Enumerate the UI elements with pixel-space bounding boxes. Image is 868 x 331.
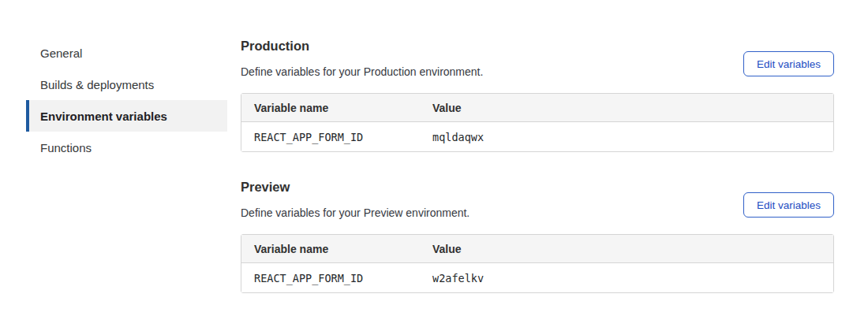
column-header-variable-name: Variable name	[241, 94, 420, 122]
production-section: Production Define variables for your Pro…	[241, 39, 834, 152]
edit-variables-button-production[interactable]: Edit variables	[743, 51, 834, 76]
table-row: REACT_APP_FORM_ID w2afelkv	[241, 263, 833, 292]
preview-variables-table: Variable name Value REACT_APP_FORM_ID w2…	[241, 234, 834, 293]
production-variables-table: Variable name Value REACT_APP_FORM_ID mq…	[241, 93, 834, 152]
edit-variables-button-preview[interactable]: Edit variables	[743, 192, 834, 218]
environment-variables-page: General Builds & deployments Environment…	[0, 0, 868, 331]
column-header-variable-name: Variable name	[241, 235, 420, 263]
column-header-value: Value	[420, 235, 833, 263]
sidebar-item-general[interactable]: General	[26, 37, 227, 69]
variable-value-cell: mqldaqwx	[420, 122, 833, 151]
settings-sidebar: General Builds & deployments Environment…	[26, 37, 227, 163]
sidebar-item-functions[interactable]: Functions	[26, 132, 227, 163]
table-header-row: Variable name Value	[241, 235, 833, 263]
preview-section: Preview Define variables for your Previe…	[241, 180, 834, 293]
table-header-row: Variable name Value	[241, 94, 833, 122]
sidebar-item-builds-deployments[interactable]: Builds & deployments	[26, 69, 227, 100]
preview-section-title: Preview	[241, 180, 834, 194]
variable-name-cell: REACT_APP_FORM_ID	[241, 263, 420, 292]
production-section-title: Production	[241, 39, 834, 53]
table-row: REACT_APP_FORM_ID mqldaqwx	[241, 122, 833, 151]
sidebar-item-environment-variables[interactable]: Environment variables	[26, 100, 227, 132]
column-header-value: Value	[420, 94, 833, 122]
variable-name-cell: REACT_APP_FORM_ID	[241, 122, 420, 151]
main-content: Production Define variables for your Pro…	[241, 39, 834, 293]
variable-value-cell: w2afelkv	[420, 263, 833, 292]
